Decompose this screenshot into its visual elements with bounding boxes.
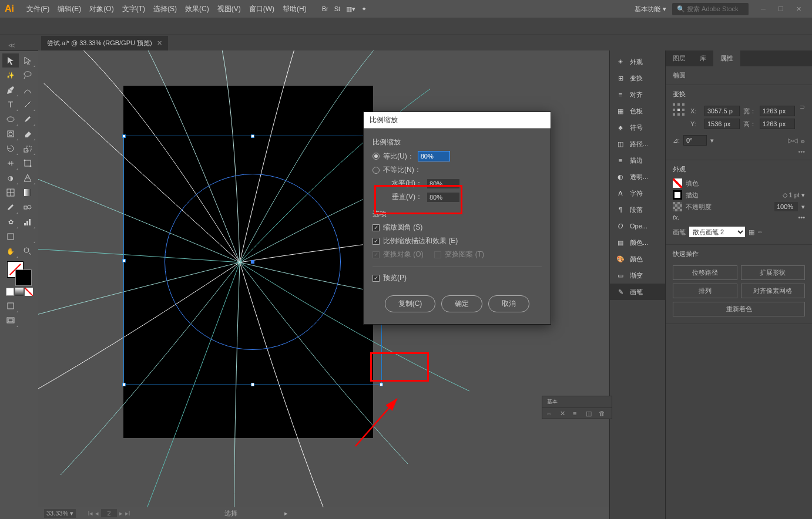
more-options-icon[interactable]: ••• (673, 148, 805, 155)
brushes-dock[interactable]: 基本 ⎓ ✕ ≡ ◫ 🗑 (542, 396, 612, 419)
zoom-tool[interactable] (19, 244, 36, 258)
stroke-swatch-small[interactable] (673, 190, 682, 200)
stroke-swatch[interactable] (15, 269, 32, 286)
x-input[interactable] (704, 106, 740, 116)
tab-expand-icon[interactable]: ≪ (5, 41, 19, 50)
panel-opentype[interactable]: OOpe... (610, 218, 665, 234)
gradient-mode-icon[interactable] (15, 288, 24, 296)
uniform-radio[interactable] (373, 153, 380, 160)
eraser-tool[interactable] (19, 127, 36, 141)
tab-close-icon[interactable]: ✕ (157, 39, 162, 47)
copy-button[interactable]: 复制(C) (385, 295, 436, 312)
type-tool[interactable]: T (2, 97, 19, 112)
free-transform-tool[interactable] (19, 156, 36, 170)
scale-tool[interactable] (19, 141, 36, 156)
blend-tool[interactable] (19, 200, 36, 214)
pixel-align-button[interactable]: 对齐像素网格 (741, 284, 806, 298)
reference-point-icon[interactable] (673, 103, 686, 117)
panel-pathfinder[interactable]: ◫路径... (610, 136, 665, 152)
panel-paragraph[interactable]: ¶段落 (610, 201, 665, 218)
none-mode-icon[interactable] (25, 288, 33, 296)
panel-color[interactable]: 🎨颜色 (610, 251, 665, 267)
arrange-button[interactable]: 排列 (673, 284, 737, 298)
width-input[interactable] (760, 106, 795, 116)
y-input[interactable] (704, 119, 740, 129)
panel-transparency[interactable]: ◐透明... (610, 168, 665, 185)
panel-symbols[interactable]: ♣符号 (610, 119, 665, 136)
panel-gradient[interactable]: ▭渐变 (610, 267, 665, 284)
brush-select[interactable]: 散点画笔 2 (689, 227, 745, 237)
slice-tool[interactable] (19, 230, 36, 244)
color-mode-icon[interactable] (6, 288, 14, 296)
brush-options-icon[interactable]: ≡ (573, 410, 581, 418)
height-input[interactable] (760, 119, 795, 129)
close-button[interactable]: ✕ (790, 3, 807, 15)
gradient-tool[interactable] (19, 186, 36, 200)
scroll-right-icon[interactable]: ▸ (284, 510, 288, 517)
perspective-tool[interactable] (19, 171, 36, 185)
stroke-weight-stepper[interactable]: ◇ 1 pt ▾ (783, 191, 805, 199)
more-appearance-icon[interactable]: ••• (798, 214, 805, 221)
uniform-input[interactable] (418, 151, 450, 161)
prev-artboard-icon[interactable]: ◂ (95, 510, 99, 517)
menu-view[interactable]: 视图(V) (214, 2, 244, 16)
recolor-button[interactable]: 重新着色 (673, 302, 805, 316)
zoom-select[interactable]: 33.33% ▾ (44, 509, 76, 518)
ok-button[interactable]: 确定 (441, 295, 482, 312)
opacity-input[interactable] (774, 202, 798, 211)
brush-lib-icon[interactable]: ▦ (749, 228, 754, 236)
panel-character[interactable]: A字符 (610, 185, 665, 201)
bridge-icon[interactable]: Br (322, 5, 328, 12)
tab-libraries[interactable]: 库 (693, 50, 713, 66)
vertical-input[interactable] (427, 193, 459, 202)
angle-input[interactable] (683, 135, 707, 146)
menu-help[interactable]: 帮助(H) (279, 2, 310, 16)
line-tool[interactable] (19, 97, 36, 112)
lasso-tool[interactable] (19, 68, 36, 82)
first-artboard-icon[interactable]: I◂ (88, 510, 93, 517)
stock-icon[interactable]: St (334, 5, 340, 12)
menu-edit[interactable]: 编辑(E) (54, 2, 85, 16)
link-wh-icon[interactable]: ⊃ (800, 103, 805, 132)
color-swatches[interactable] (7, 261, 32, 286)
angle-dropdown-icon[interactable]: ▾ (710, 137, 714, 144)
next-artboard-icon[interactable]: ▸ (119, 510, 123, 517)
preview-check[interactable] (373, 275, 380, 282)
menu-object[interactable]: 对象(O) (86, 2, 117, 16)
magic-wand-tool[interactable]: ✨ (2, 68, 19, 82)
hand-tool[interactable]: ✋ (2, 244, 19, 258)
menu-file[interactable]: 文件(F) (23, 2, 53, 16)
brush-lib-icon-2[interactable]: ⎓ (547, 410, 555, 418)
tab-properties[interactable]: 属性 (713, 50, 740, 66)
dock-tab-handle[interactable]: 基本 (547, 398, 558, 406)
width-tool[interactable] (2, 156, 19, 170)
cancel-button[interactable]: 取消 (488, 295, 529, 312)
panel-stroke[interactable]: ≡描边 (610, 152, 665, 168)
menu-window[interactable]: 窗口(W) (246, 2, 278, 16)
panel-brushes[interactable]: ✎画笔 (610, 284, 665, 300)
panel-transform[interactable]: ⊞变换 (610, 70, 665, 86)
eyedropper-tool[interactable] (2, 200, 19, 214)
horizontal-input[interactable] (427, 179, 459, 188)
workspace-switcher[interactable]: 基本功能▾ (635, 5, 666, 14)
scale-corners-check[interactable] (373, 224, 380, 231)
offset-path-button[interactable]: 位移路径 (673, 265, 737, 280)
opacity-dropdown-icon[interactable]: ▾ (801, 203, 805, 211)
menu-effect[interactable]: 效果(C) (182, 2, 213, 16)
panel-color-guide[interactable]: ▤颜色... (610, 234, 665, 251)
draw-mode-icon[interactable] (2, 299, 19, 313)
brush-panel-icon[interactable]: ⎓ (758, 228, 762, 235)
paintbrush-tool[interactable] (19, 112, 36, 126)
tab-layers[interactable]: 图层 (666, 50, 693, 66)
stock-search[interactable]: 🔍 搜索 Adobe Stock (672, 3, 749, 15)
rotate-tool[interactable] (2, 141, 19, 156)
mesh-tool[interactable] (2, 186, 19, 200)
last-artboard-icon[interactable]: ▸I (125, 510, 130, 517)
artboard-tool[interactable] (2, 230, 19, 244)
scale-strokes-check[interactable] (373, 238, 380, 245)
minimize-button[interactable]: ─ (754, 3, 772, 15)
ellipse-tool[interactable] (2, 112, 19, 126)
fx-button[interactable]: fx. (673, 214, 680, 221)
remove-brush-icon[interactable]: ✕ (560, 410, 568, 418)
maximize-button[interactable]: ☐ (772, 3, 790, 15)
